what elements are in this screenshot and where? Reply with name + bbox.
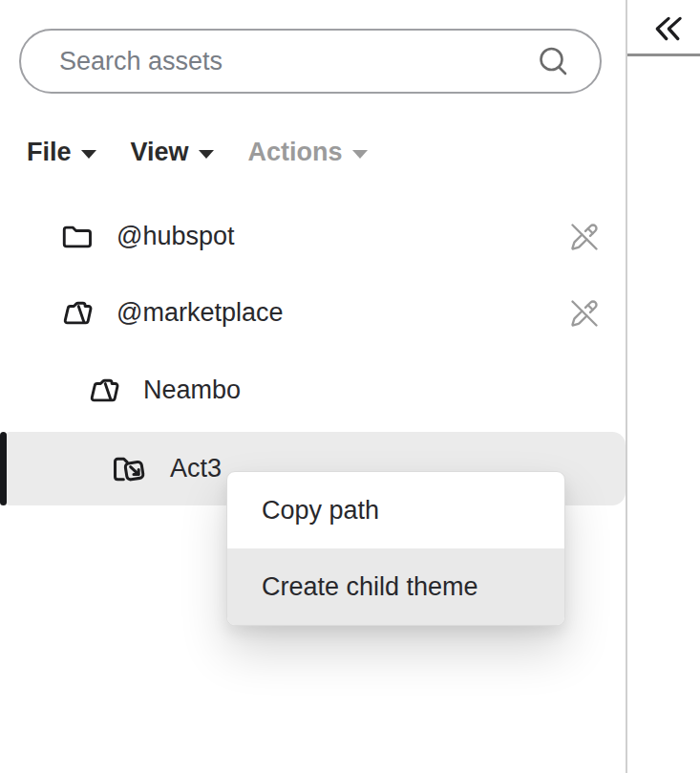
context-menu-item-create-child-theme[interactable]: Create child theme [227, 548, 564, 625]
selection-indicator-bar [0, 432, 7, 505]
panel-divider [626, 0, 627, 773]
right-panel-rule [627, 54, 700, 56]
design-manager-finder-panel: File View Actions @hubspot [0, 0, 700, 773]
menubar: File View Actions [27, 138, 368, 167]
search-icon[interactable] [537, 45, 569, 77]
no-edit-icon [570, 299, 599, 328]
tree-row-marketplace[interactable]: @marketplace [0, 276, 626, 350]
context-menu-item-copy-path[interactable]: Copy path [227, 472, 564, 548]
tree-item-label: Act3 [170, 454, 222, 483]
menu-view-label: View [131, 138, 189, 167]
folder-open-icon [88, 376, 122, 405]
caret-down-icon [81, 150, 96, 159]
caret-down-icon [352, 150, 368, 159]
caret-down-icon [199, 150, 214, 159]
folder-closed-icon [61, 222, 95, 251]
tree-row-hubspot[interactable]: @hubspot [0, 200, 626, 273]
search-input[interactable] [57, 46, 537, 77]
menu-file[interactable]: File [27, 138, 96, 167]
menu-file-label: File [27, 138, 72, 167]
tree-item-label: Neambo [143, 376, 241, 405]
context-menu-item-label: Copy path [262, 496, 379, 526]
menu-actions: Actions [248, 138, 368, 167]
context-menu-item-label: Create child theme [262, 572, 478, 602]
no-edit-icon [570, 223, 599, 251]
tree-row-neambo[interactable]: Neambo [0, 354, 626, 427]
tree-item-label: @marketplace [117, 298, 283, 328]
chevrons-left-icon [652, 12, 685, 45]
context-menu: Copy path Create child theme [226, 471, 565, 626]
menu-actions-label: Actions [248, 138, 343, 167]
collapse-panel-button[interactable] [648, 9, 689, 49]
theme-folder-icon [111, 453, 149, 485]
folder-open-icon [61, 298, 95, 328]
menu-view[interactable]: View [131, 138, 214, 167]
search-box [19, 29, 602, 94]
tree-item-label: @hubspot [117, 222, 235, 251]
